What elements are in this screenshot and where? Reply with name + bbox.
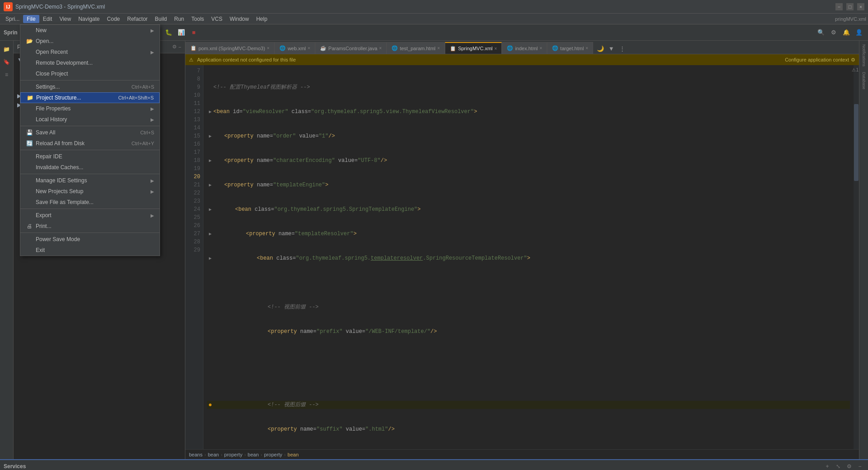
menu-manage-ide-settings[interactable]: Manage IDE Settings ▶ xyxy=(20,175,160,186)
menu-project-structure[interactable]: 📁 Project Structure... Ctrl+Alt+Shift+S xyxy=(20,92,160,103)
menu-open-recent[interactable]: Open Recent ▶ xyxy=(20,47,160,57)
dropdown-sep-4 xyxy=(20,174,160,174)
maximize-button[interactable]: □ xyxy=(846,3,854,10)
menu-item-navigate[interactable]: Navigate xyxy=(75,15,103,23)
menu-export[interactable]: Export ▶ xyxy=(20,210,160,221)
dropdown-sep-1 xyxy=(20,80,160,81)
menu-save-all[interactable]: 💾 Save All Ctrl+S xyxy=(20,127,160,138)
menu-item-tools[interactable]: Tools xyxy=(188,15,208,23)
file-menu-dropdown: New ▶ 📂 Open... Open Recent ▶ Remote Dev… xyxy=(20,24,160,256)
app-icon: IJ xyxy=(4,2,13,11)
menu-new[interactable]: New ▶ xyxy=(20,25,160,36)
menu-bar: Spri... File Edit View Navigate Code Ref… xyxy=(0,14,868,24)
menu-power-save-mode[interactable]: Power Save Mode xyxy=(20,234,160,245)
menu-repair-ide[interactable]: Repair IDE xyxy=(20,151,160,162)
menu-exit[interactable]: Exit xyxy=(20,245,160,256)
menu-item-window[interactable]: Window xyxy=(226,15,253,23)
menu-item-view[interactable]: View xyxy=(56,15,75,23)
menu-item-vcs[interactable]: VCS xyxy=(208,15,226,23)
menu-item-edit[interactable]: Edit xyxy=(39,15,56,23)
dropdown-sep-5 xyxy=(20,209,160,209)
menu-settings[interactable]: Settings... Ctrl+Alt+S xyxy=(20,81,160,92)
dropdown-sep-3 xyxy=(20,150,160,150)
menu-item-run[interactable]: Run xyxy=(170,15,188,23)
window-controls: − □ × xyxy=(835,3,864,10)
window-title: SpringMVC-Demo3 - SpringMVC.xml xyxy=(15,4,105,10)
menu-close-project[interactable]: Close Project xyxy=(20,68,160,79)
menu-item-build[interactable]: Build xyxy=(151,15,171,23)
menu-open[interactable]: 📂 Open... xyxy=(20,36,160,47)
menu-invalidate-caches[interactable]: Invalidate Caches... xyxy=(20,162,160,173)
menu-local-history[interactable]: Local History ▶ xyxy=(20,114,160,125)
close-button[interactable]: × xyxy=(857,3,864,10)
menu-remote-dev[interactable]: Remote Development... xyxy=(20,57,160,68)
menu-reload-all[interactable]: 🔄 Reload All from Disk Ctrl+Alt+Y xyxy=(20,138,160,149)
menu-save-file-template[interactable]: Save File as Template... xyxy=(20,197,160,208)
menu-item-help[interactable]: Help xyxy=(253,15,271,23)
dropdown-sep-6 xyxy=(20,233,160,233)
file-path: pringMVC.xml xyxy=(835,16,866,22)
menu-print[interactable]: 🖨 Print... xyxy=(20,221,160,232)
menu-new-projects-setup[interactable]: New Projects Setup ▶ xyxy=(20,186,160,197)
menu-item-refactor[interactable]: Refactor xyxy=(123,15,151,23)
title-bar: IJ SpringMVC-Demo3 - SpringMVC.xml − □ × xyxy=(0,0,868,14)
menu-item-code[interactable]: Code xyxy=(104,15,124,23)
dropdown-sep-2 xyxy=(20,126,160,126)
minimize-button[interactable]: − xyxy=(835,3,843,10)
menu-item-spri[interactable]: Spri... xyxy=(2,15,23,23)
menu-item-file[interactable]: File xyxy=(23,15,39,23)
menu-file-properties[interactable]: File Properties ▶ xyxy=(20,103,160,114)
